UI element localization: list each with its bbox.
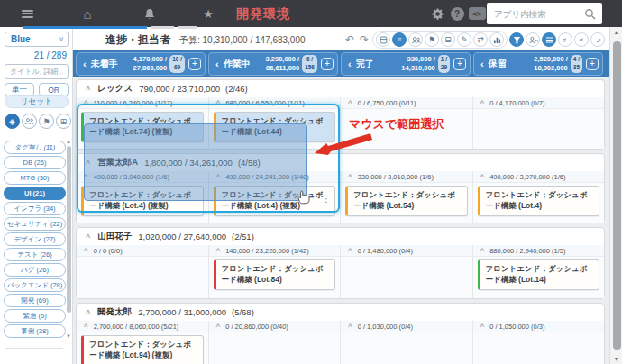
collapse-caret-icon[interactable]: ^ <box>348 173 352 181</box>
cell-summary-text: 330,000 / 3,010,000 (1/6) <box>358 173 434 181</box>
help-icon[interactable]: ? <box>449 0 465 27</box>
star-icon[interactable]: ★ <box>199 0 217 27</box>
vertical-scrollbar[interactable]: ▲ ▼ <box>609 27 622 364</box>
view-toolbar: ↶↷≡⚑⊟✎⇄««↔ <box>343 31 605 49</box>
tag-pill[interactable]: タグ無し (11) <box>4 141 66 154</box>
inactive-tab-indicator[interactable] <box>178 26 197 29</box>
chevron-left-icon[interactable]: ‹ <box>215 59 219 69</box>
kanban-card[interactable]: フロントエンド：ダッシュボード構築 (Lot.54) <box>345 186 468 216</box>
sidebar-scrollbar[interactable] <box>67 146 71 313</box>
tag-pill[interactable]: 緊急 (5) <box>4 309 66 323</box>
kanban-card[interactable]: フロントエンド：ダッシュボード構築 (Lot.14) <box>478 259 600 290</box>
inactive-tab-indicator[interactable] <box>151 26 174 29</box>
scroll-down-icon[interactable]: ▼ <box>66 333 71 339</box>
collapse-caret-icon[interactable]: ^ <box>348 247 352 255</box>
chevron-left-icon[interactable]: ‹ <box>348 59 352 69</box>
tag-pill[interactable]: MTG (30) <box>4 171 66 185</box>
lane-name: レックス <box>97 83 133 95</box>
tag-pill[interactable]: デザイン (27) <box>4 232 66 246</box>
drag-selection-rect[interactable] <box>84 123 307 201</box>
collapse-caret-icon[interactable]: ^ <box>348 99 352 107</box>
add-card-button[interactable]: + <box>321 58 334 70</box>
grid-icon[interactable]: ⊞ <box>56 114 71 129</box>
flag-icon[interactable]: ⚑ <box>39 114 54 129</box>
collapse-caret-icon[interactable]: ^ <box>86 232 90 241</box>
collapse-caret-icon[interactable]: ^ <box>480 323 485 331</box>
tag-pill[interactable]: DB (26) <box>4 156 66 169</box>
tag-pill[interactable]: 開発 (69) <box>4 294 66 307</box>
tag-pill[interactable]: バックエンド (28) <box>4 278 66 292</box>
scroll-down-icon[interactable]: ▼ <box>610 356 622 362</box>
home-icon[interactable]: ⌂ <box>78 0 96 27</box>
tag-pill[interactable]: インフラ (34) <box>4 202 66 215</box>
collapse-caret-icon[interactable]: ^ <box>348 323 352 331</box>
edit-icon[interactable]: ✎ <box>457 32 471 47</box>
collapse-caret-icon[interactable]: ^ <box>86 308 90 317</box>
minus-box-icon[interactable]: ⊟ <box>441 32 455 47</box>
cell-summary-text: 880,000 / 2,940,000 (1/5) <box>489 247 565 255</box>
column-header-4[interactable]: ‹保留2,520,000 /18,902,0004 /35+ <box>473 52 603 76</box>
tag-pill[interactable]: バグ (26) <box>4 263 66 277</box>
cell-3: ^0 / 1,480,000 (0/4) <box>341 245 473 298</box>
collapse-caret-icon[interactable]: ^ <box>216 323 221 331</box>
column-header-3[interactable]: ‹完了330,000 /14,310,0001 /29+ <box>341 52 471 76</box>
tag-pill[interactable]: テスト (26) <box>4 248 66 261</box>
collapse-caret-icon[interactable]: ^ <box>480 173 485 181</box>
cell-3: ^0 / 1,030,000 (0/4) <box>341 321 473 364</box>
collapse-caret-icon[interactable]: ^ <box>480 99 485 107</box>
chevron-left-icon[interactable]: ‹ <box>83 59 87 69</box>
lanes-icon[interactable]: ≡ <box>392 32 407 47</box>
column-budget-used: 4,170,000 / <box>133 55 168 64</box>
collapse-caret-icon[interactable]: ^ <box>216 247 221 255</box>
users-icon[interactable] <box>408 32 423 47</box>
view-header: 進捗・担当者 予算: 10,310,000 / 147,683,000 ↶↷≡⚑… <box>73 27 609 50</box>
add-card-button[interactable]: + <box>188 58 201 70</box>
swap-icon[interactable]: ⇄ <box>473 32 488 47</box>
add-card-button[interactable]: + <box>453 58 466 70</box>
scrollbar-thumb[interactable] <box>613 41 621 350</box>
tag-pill[interactable]: UI (21) <box>4 187 66 200</box>
redo-icon[interactable]: ↷ <box>358 32 370 47</box>
flag-icon[interactable]: ⚑ <box>425 32 439 47</box>
scroll-up-icon[interactable]: ▲ <box>66 139 71 144</box>
double-left-icon[interactable]: « <box>574 32 589 47</box>
add-card-button[interactable]: + <box>586 58 599 70</box>
kanban-card[interactable]: フロントエンド：ダッシュボード構築 (Lot.84) <box>214 259 336 290</box>
collapse-caret-icon[interactable]: ^ <box>84 323 88 331</box>
chevron-left-icon[interactable]: ‹ <box>480 59 484 69</box>
bell-icon[interactable] <box>141 0 159 27</box>
undo-icon[interactable]: ↶ <box>343 32 356 47</box>
expand-icon[interactable]: ↔ <box>590 32 605 47</box>
reset-button[interactable]: リセット <box>5 95 69 108</box>
cell-1: ^0 / 0 (0/0) <box>77 245 209 298</box>
collapse-caret-icon[interactable]: ^ <box>86 85 90 94</box>
cell-summary-text: 0 / 0 (0/0) <box>94 247 123 255</box>
tag-pill[interactable]: セキュリティ (22) <box>4 217 66 231</box>
scroll-up-icon[interactable]: ▲ <box>610 29 622 35</box>
box-icon[interactable] <box>376 32 390 47</box>
cell-cards: フロントエンド：ダッシュボード構築 (Lot.94) (複製) <box>77 332 208 364</box>
tag-pill[interactable]: 事例 (38) <box>4 324 66 338</box>
collapse-caret-icon[interactable]: ^ <box>480 247 485 255</box>
gear-icon[interactable] <box>429 0 445 27</box>
chart-icon[interactable] <box>489 32 504 47</box>
menu-icon[interactable] <box>18 0 36 27</box>
column-header-1[interactable]: ‹未着手4,170,000 /27,860,00010 /69+ <box>76 52 206 76</box>
filter-icon[interactable] <box>509 32 524 47</box>
list-icon[interactable] <box>542 32 556 47</box>
users-icon[interactable] <box>22 114 37 129</box>
column-header-2[interactable]: ‹作業中3,290,000 /86,611,0006 /156+ <box>208 52 338 76</box>
view-select[interactable]: Blue ∨ <box>5 32 69 47</box>
collapse-icon[interactable]: « <box>558 32 572 47</box>
collapse-caret-icon[interactable]: ^ <box>84 247 88 255</box>
kanban-card[interactable]: フロントエンド：ダッシュボード構築 (Lot.94) (複製) <box>81 335 204 364</box>
code-icon[interactable]: </> <box>467 0 487 27</box>
keyword-filter-input[interactable] <box>5 64 69 79</box>
active-tab-indicator <box>23 26 147 29</box>
search-icon[interactable] <box>584 7 596 23</box>
column-name: 完了 <box>356 58 374 70</box>
user-x-icon[interactable] <box>526 32 540 47</box>
diamond-icon[interactable]: ◈ <box>5 114 20 129</box>
kanban-card[interactable]: フロントエンド：ダッシュボード構築 (Lot.4) <box>478 186 600 216</box>
annotation-text: マウスで範囲選択 <box>349 116 444 132</box>
